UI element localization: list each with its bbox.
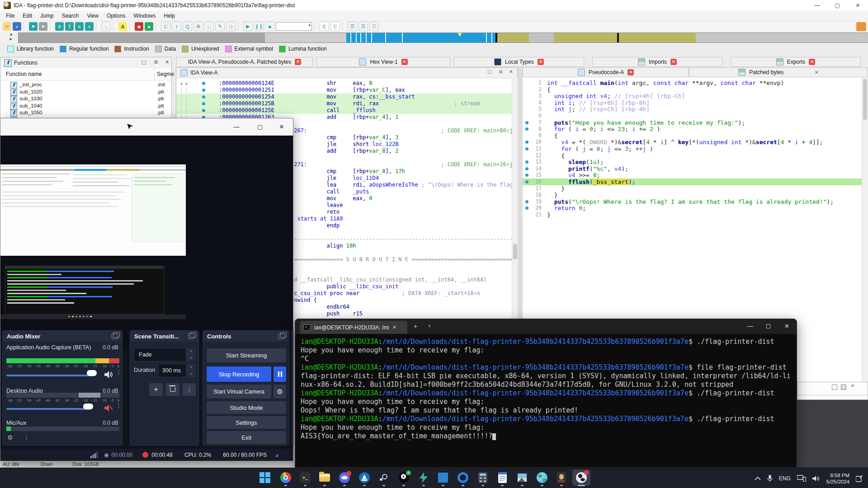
obs-close-button[interactable]: ✕ (272, 118, 292, 136)
mixer-source-2-menu-icon[interactable]: ⋮ (116, 402, 122, 409)
transition-menu-button[interactable]: ⋮ (183, 383, 196, 396)
mixer-source-1-speaker-icon[interactable] (104, 371, 113, 379)
mixer-menu-icon[interactable]: ⋮ (24, 434, 29, 441)
tray-clock[interactable]: 8:58 PM 5/25/2024 (826, 472, 849, 485)
virtual-camera-settings-button[interactable]: ⚙ (274, 385, 286, 399)
column-segment[interactable]: Segme (157, 71, 174, 77)
scene-transitions-popout-icon[interactable] (188, 333, 194, 339)
navband-segment[interactable] (529, 33, 554, 42)
terminal-titlebar[interactable]: >_ ian@DESKTOP-H2DU33A: /mi ✕ + ˅ — ▢ ✕ (295, 319, 797, 334)
tab-close-icon[interactable]: ✕ (538, 59, 544, 65)
functions-restore-button[interactable]: ⧉ (154, 59, 158, 65)
function-row[interactable]: fsub_1020.plt (0, 89, 171, 96)
terminal-tab[interactable]: >_ ian@DESKTOP-H2DU33A: /mi ✕ (300, 321, 407, 334)
tab-patched-bytes[interactable]: Patched bytes ✕ (689, 67, 868, 77)
controls-popout-icon[interactable] (278, 333, 285, 339)
tab-dropdown-button[interactable]: ˅ (428, 324, 431, 328)
functions-window-icon[interactable]: # (55, 22, 64, 31)
tab-ida-view-a-pseudocode-a-patched-bytes[interactable]: IDA View-A, Pseudocode-A, Patched bytes✕ (176, 57, 313, 67)
navigate-back-icon[interactable]: ➤ (29, 22, 38, 31)
audio-mixer-popout-icon[interactable] (112, 333, 118, 339)
instruction-list-icon[interactable]: I (172, 22, 181, 31)
menu-windows[interactable]: Windows (130, 12, 160, 20)
audio-mixer-header[interactable]: Audio Mixer (3, 331, 122, 342)
browser-taskbar-icon[interactable] (454, 469, 472, 486)
navband-segment[interactable] (619, 33, 696, 42)
tray-devices-icon[interactable] (797, 475, 806, 482)
add-transition-button[interactable]: + (149, 383, 163, 396)
edit-function-icon[interactable]: ✎ (215, 22, 225, 31)
eightball-taskbar-icon[interactable]: 8✓ (395, 469, 413, 486)
debug-play-icon[interactable]: ▶ (243, 22, 253, 31)
photos-taskbar-icon[interactable] (513, 469, 531, 486)
pseudocode-scrollbar-handle[interactable] (863, 79, 867, 120)
scene-transitions-header[interactable]: Scene Transiti... (130, 331, 198, 342)
tab-close-icon[interactable]: ✕ (809, 59, 815, 65)
obs-titlebar[interactable]: — ▢ ✕ (0, 118, 293, 136)
toolbar-overflow-icon[interactable] (856, 22, 866, 31)
tab-exports[interactable]: Exports✕ (731, 57, 861, 67)
viewa-scrollbar[interactable] (512, 78, 518, 320)
ida-maximize-button[interactable]: ▢ (827, 0, 848, 11)
duration-spinner[interactable]: ˄˅ (186, 364, 196, 377)
steam-taskbar-icon[interactable] (375, 469, 393, 486)
tray-pen-icon[interactable] (856, 475, 863, 482)
notepad-taskbar-icon[interactable] (493, 469, 511, 486)
diamond-marker-icon[interactable]: ◇ (226, 22, 236, 31)
quick-compile-icon[interactable]: C (320, 22, 329, 31)
function-row[interactable]: fsub_1040.plt (0, 103, 171, 110)
discord-taskbar-icon[interactable] (335, 469, 354, 486)
remove-transition-button[interactable] (166, 383, 179, 396)
strings-window-icon[interactable]: ≡ (75, 22, 84, 31)
functions-float-button[interactable]: ▢ (142, 59, 146, 65)
transition-select[interactable]: Fade (134, 348, 186, 361)
vscode-taskbar-icon[interactable] (434, 469, 452, 486)
settings-button[interactable]: Settings (207, 416, 286, 429)
start-virtual-camera-button[interactable]: Start Virtual Camera (207, 385, 271, 399)
tray-speaker-icon[interactable] (812, 475, 820, 482)
column-function-name[interactable]: Function name (6, 71, 42, 77)
dock-scroll-strip[interactable] (291, 330, 293, 446)
terminal-taskbar-icon[interactable]: >_ (296, 469, 314, 486)
tab-close-icon[interactable]: ✕ (670, 59, 677, 65)
navigate-forward-icon[interactable]: ➤ (39, 22, 47, 31)
functions-column-headers[interactable]: Function name Segme (0, 68, 171, 80)
debug-stop-icon[interactable]: ■ (265, 22, 274, 31)
functions-close-button[interactable]: ✕ (165, 59, 169, 65)
navband-segment[interactable] (696, 33, 868, 42)
debugger-combo[interactable] (276, 22, 312, 31)
lightning-taskbar-icon[interactable] (415, 469, 433, 486)
ida-close-button[interactable]: ✕ (848, 0, 868, 11)
terminal-tab-close-icon[interactable]: ✕ (392, 324, 396, 330)
jump-address-icon[interactable]: ↓ (101, 22, 111, 31)
desktop-3-icon[interactable]: ☰ (369, 22, 379, 31)
transition-select-spinner[interactable]: ˄˅ (186, 348, 196, 361)
menu-jump[interactable]: Jump (36, 12, 57, 20)
new-tab-button[interactable]: + (414, 323, 417, 330)
desktop-2-icon[interactable]: ☰ (359, 22, 368, 31)
start-taskbar-icon[interactable] (256, 469, 274, 486)
menu-view[interactable]: View (83, 12, 103, 20)
tab-close-icon[interactable]: ✕ (295, 59, 301, 65)
chrome-taskbar-icon[interactable] (277, 469, 295, 486)
terminal-output[interactable]: ian@DESKTOP-H2DU33A:/mnt/d/Downloads/dis… (295, 334, 797, 467)
calculator-taskbar-icon[interactable] (474, 469, 492, 486)
pause-recording-button[interactable] (274, 366, 286, 382)
resize-grip[interactable]: ◢ (275, 453, 278, 457)
mixer-source-2-muted-speaker-icon[interactable] (104, 404, 113, 412)
debug-pause-icon[interactable]: ❙❙ (254, 22, 264, 31)
tab-local-types[interactable]: Local Types✕ (454, 57, 584, 67)
mixer-source-2-volume-slider[interactable] (6, 406, 101, 412)
produce-file-icon[interactable]: C (330, 22, 340, 31)
portrait-taskbar-icon[interactable] (552, 469, 571, 486)
search-icon[interactable]: + (85, 22, 94, 31)
navband-segment[interactable] (265, 33, 346, 42)
obs-maximize-button[interactable]: ▢ (250, 118, 270, 136)
tray-chevron-icon[interactable] (755, 476, 761, 480)
function-row[interactable]: fsub_1050.plt (0, 110, 171, 117)
terminal-close-button[interactable]: ✕ (784, 323, 789, 329)
flowchart-icon[interactable]: □ (204, 22, 214, 31)
subtab-row-close-icon[interactable]: ✕ (814, 70, 818, 75)
navband-scroll-arrows[interactable]: ◄► (9, 33, 16, 42)
ship-taskbar-icon[interactable] (355, 469, 373, 486)
